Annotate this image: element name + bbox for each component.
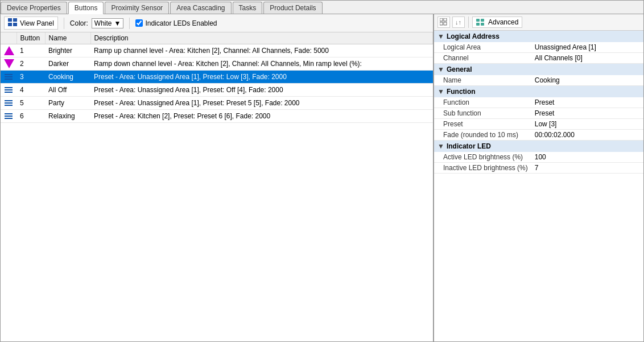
property-row: Inactive LED brightness (%)7 xyxy=(434,163,643,174)
main-content: View Panel Color: White ▼ Indicator LEDs… xyxy=(1,14,643,341)
table-row[interactable]: 6RelaxingPreset - Area: Kitchen [2], Pre… xyxy=(1,110,433,123)
row-name: Brighter xyxy=(45,44,90,57)
row-button-number: 1 xyxy=(16,44,45,57)
tab-buttons[interactable]: Buttons xyxy=(68,2,104,14)
row-icon xyxy=(1,44,16,57)
table-row[interactable]: 2DarkerRamp down channel level - Area: K… xyxy=(1,57,433,71)
row-icon xyxy=(1,84,16,97)
table-row[interactable]: 4All OffPreset - Area: Unassigned Area [… xyxy=(1,84,433,97)
advanced-button[interactable]: Advanced xyxy=(472,17,522,28)
row-description: Preset - Area: Unassigned Area [1], Pres… xyxy=(90,97,433,110)
svg-text:↓↑: ↓↑ xyxy=(455,19,461,26)
section-toggle-logical-address[interactable]: ▼ xyxy=(437,32,444,40)
property-name: Preset xyxy=(434,119,531,130)
col-header-icon xyxy=(1,32,16,44)
row-description: Ramp down channel level - Area: Kitchen … xyxy=(90,57,433,71)
property-name: Channel xyxy=(434,53,531,64)
property-value: Cooking xyxy=(531,75,643,86)
tab-product-details[interactable]: Product Details xyxy=(263,2,322,14)
svg-rect-10 xyxy=(481,19,484,22)
properties-table: ▼Logical AddressLogical AreaUnassigned A… xyxy=(434,31,643,174)
property-value: All Channels [0] xyxy=(531,53,643,64)
col-header-name: Name xyxy=(45,32,90,44)
col-header-description: Description xyxy=(90,32,433,44)
svg-rect-2 xyxy=(8,23,12,26)
color-dropdown[interactable]: White ▼ xyxy=(92,18,124,28)
property-row: ChannelAll Channels [0] xyxy=(434,53,643,64)
indicator-leds-checkbox-label[interactable]: Indicator LEDs Enabled xyxy=(135,19,217,27)
row-name: Cooking xyxy=(45,71,90,84)
buttons-table: Button Name Description 1BrighterRamp up… xyxy=(1,32,433,123)
section-header-logical-address[interactable]: ▼Logical Address xyxy=(434,31,643,42)
svg-rect-9 xyxy=(476,19,480,22)
tab-bar: Device Properties Buttons Proximity Sens… xyxy=(1,1,643,14)
property-value: Preset xyxy=(531,108,643,119)
table-header-row: Button Name Description xyxy=(1,32,433,44)
col-header-button: Button xyxy=(16,32,45,44)
row-name: Darker xyxy=(45,57,90,71)
row-description: Preset - Area: Kitchen [2], Preset: Pres… xyxy=(90,110,433,123)
grid-tool-button[interactable] xyxy=(437,17,450,28)
property-row: NameCooking xyxy=(434,75,643,86)
color-value: White xyxy=(94,19,112,27)
row-button-number: 2 xyxy=(16,57,45,71)
svg-rect-1 xyxy=(13,18,17,22)
row-button-number: 6 xyxy=(16,110,45,123)
row-name: All Off xyxy=(45,84,90,97)
view-panel-button[interactable]: View Panel xyxy=(4,17,58,30)
view-panel-label: View Panel xyxy=(20,19,54,27)
property-value: Low [3] xyxy=(531,119,643,130)
property-name: Function xyxy=(434,97,531,108)
section-header-general[interactable]: ▼General xyxy=(434,64,643,76)
property-row: Fade (rounded to 10 ms)00:00:02.000 xyxy=(434,130,643,141)
row-description: Preset - Area: Unassigned Area [1], Pres… xyxy=(90,84,433,97)
advanced-label: Advanced xyxy=(488,18,518,26)
property-name: Sub function xyxy=(434,108,531,119)
svg-rect-11 xyxy=(476,23,480,26)
row-icon xyxy=(1,97,16,110)
indicator-leds-label: Indicator LEDs Enabled xyxy=(145,19,217,27)
section-toggle-indicator-led[interactable]: ▼ xyxy=(437,142,444,150)
left-panel: View Panel Color: White ▼ Indicator LEDs… xyxy=(1,14,434,341)
section-header-indicator-led[interactable]: ▼Indicator LED xyxy=(434,141,643,153)
property-row: Sub functionPreset xyxy=(434,108,643,119)
app-container: Device Properties Buttons Proximity Sens… xyxy=(0,0,644,342)
row-icon xyxy=(1,71,16,84)
tab-area-cascading[interactable]: Area Cascading xyxy=(170,2,231,14)
property-name: Fade (rounded to 10 ms) xyxy=(434,130,531,141)
section-toggle-general[interactable]: ▼ xyxy=(437,65,444,73)
property-name: Logical Area xyxy=(434,42,531,53)
property-value: 7 xyxy=(531,163,643,174)
property-value: Unassigned Area [1] xyxy=(531,42,643,53)
section-toggle-function[interactable]: ▼ xyxy=(437,88,444,96)
indicator-leds-checkbox[interactable] xyxy=(135,19,143,27)
property-value: Preset xyxy=(531,97,643,108)
section-header-function[interactable]: ▼Function xyxy=(434,86,643,98)
toolbar-sep-2 xyxy=(129,18,130,29)
svg-rect-7 xyxy=(444,22,447,25)
property-row: PresetLow [3] xyxy=(434,119,643,130)
dropdown-arrow-icon: ▼ xyxy=(114,19,121,27)
tab-device-properties[interactable]: Device Properties xyxy=(1,2,67,14)
table-row[interactable]: 5PartyPreset - Area: Unassigned Area [1]… xyxy=(1,97,433,110)
row-name: Relaxing xyxy=(45,110,90,123)
table-row[interactable]: 3CookingPreset - Area: Unassigned Area [… xyxy=(1,71,433,84)
view-panel-icon xyxy=(8,18,18,28)
sort-asc-button[interactable]: ↓↑ xyxy=(452,17,465,28)
property-value: 100 xyxy=(531,152,643,163)
tab-proximity-sensor[interactable]: Proximity Sensor xyxy=(105,2,169,14)
row-description: Ramp up channel level - Area: Kitchen [2… xyxy=(90,44,433,57)
right-toolbar-sep xyxy=(468,17,469,28)
row-name: Party xyxy=(45,97,90,110)
property-row: FunctionPreset xyxy=(434,97,643,108)
row-button-number: 3 xyxy=(16,71,45,84)
row-description: Preset - Area: Unassigned Area [1], Pres… xyxy=(90,71,433,84)
toolbar-sep-1 xyxy=(64,18,64,29)
right-panel: ↓↑ Advanced ▼Logical AddressLo xyxy=(434,14,643,341)
svg-rect-3 xyxy=(13,23,17,26)
right-toolbar: ↓↑ Advanced xyxy=(434,14,643,31)
property-value: 00:00:02.000 xyxy=(531,130,643,141)
property-name: Active LED brightness (%) xyxy=(434,152,531,163)
tab-tasks[interactable]: Tasks xyxy=(233,2,263,14)
table-row[interactable]: 1BrighterRamp up channel level - Area: K… xyxy=(1,44,433,57)
